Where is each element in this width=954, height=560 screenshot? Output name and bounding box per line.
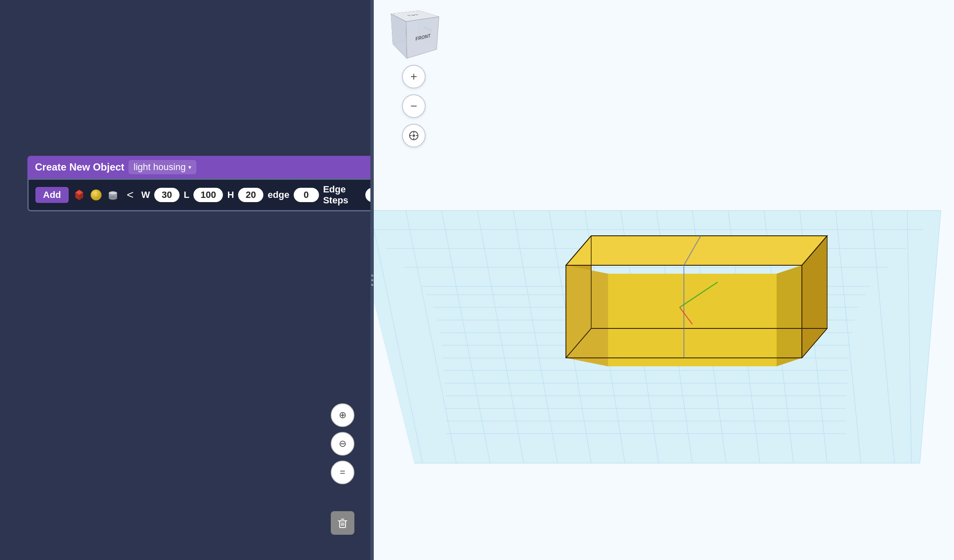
cube-face-front: FRONT [406,16,439,59]
viewport-zoom-out-button[interactable]: − [402,94,426,118]
zoom-out-button-left[interactable]: ⊖ [331,432,354,456]
grid-svg [374,0,954,560]
dropdown-arrow-icon: ▾ [188,164,191,171]
viewport-reset-button[interactable] [402,124,426,147]
add-button[interactable]: Add [35,187,69,203]
panel-divider [370,0,374,560]
viewport-panel[interactable]: TOP FRONT RIGHT + − [374,0,954,560]
trash-button[interactable] [331,511,354,535]
cube-3d: TOP FRONT RIGHT [397,13,428,51]
edge-label: edge [268,189,289,200]
svg-point-9 [109,197,117,200]
zoom-in-icon-left: ⊕ [339,410,346,421]
viewport-reset-icon [408,130,419,141]
svg-point-4 [91,189,102,200]
block-container: Create New Object light housing ▾ Add [27,156,399,211]
svg-marker-60 [777,265,802,366]
arrow-left-icon: < [127,188,134,201]
svg-point-10 [109,192,117,195]
left-panel: Create New Object light housing ▾ Add [0,0,370,560]
svg-marker-59 [608,274,777,366]
add-row: Add [27,179,399,211]
object-name-label: light housing [134,162,186,173]
shape-sphere-icon[interactable] [90,187,102,203]
l-input[interactable] [193,188,223,202]
edge-steps-label: Edge Steps [323,184,361,206]
cube-face-left [391,13,407,59]
divider-dot-3 [371,284,373,286]
h-input[interactable] [238,188,263,202]
divider-dot-1 [371,275,373,277]
viewport-zoom-out-icon: − [410,99,417,113]
shape-cube-icon[interactable] [73,187,86,203]
w-input[interactable] [154,188,180,202]
zoom-equal-button-left[interactable]: = [331,461,354,484]
h-label: H [227,189,234,200]
l-label: L [184,189,189,200]
3d-object [566,236,827,366]
shape-prev-button[interactable]: < [123,187,137,203]
svg-marker-57 [566,236,827,265]
shape-cylinder-icon[interactable] [107,187,119,203]
zoom-controls-left: ⊕ ⊖ = [331,403,354,484]
orientation-cube[interactable]: TOP FRONT RIGHT [391,8,437,55]
create-label: Create New Object [35,161,124,173]
w-label: W [141,189,150,200]
create-object-row: Create New Object light housing ▾ [27,156,399,179]
svg-marker-58 [566,265,608,366]
viewport-3d [374,0,954,560]
svg-point-80 [413,134,415,137]
viewport-zoom-in-icon: + [410,70,417,83]
divider-dot-2 [371,279,373,281]
zoom-equal-icon-left: = [340,467,346,478]
viewport-zoom-in-button[interactable]: + [402,65,426,88]
trash-icon [336,517,349,529]
zoom-in-button-left[interactable]: ⊕ [331,403,354,427]
edge-input[interactable] [294,188,319,202]
zoom-out-icon-left: ⊖ [339,438,346,449]
object-name-dropdown[interactable]: light housing ▾ [129,160,196,174]
viewport-controls: TOP FRONT RIGHT + − [391,8,437,147]
